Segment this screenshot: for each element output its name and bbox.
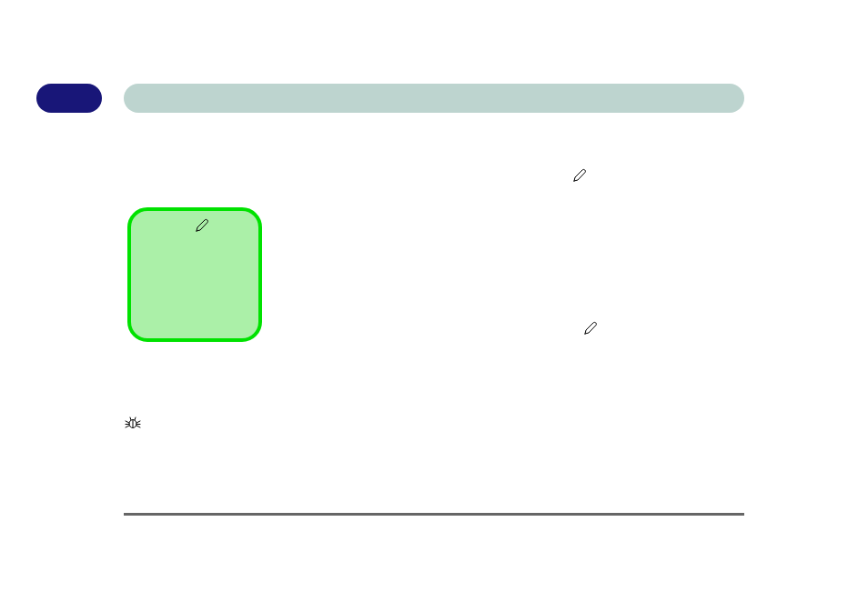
pen-icon[interactable] — [195, 218, 209, 233]
pen-icon[interactable] — [572, 168, 587, 183]
highlight-panel — [127, 207, 262, 342]
header-badge — [36, 84, 102, 113]
header-bar — [124, 84, 744, 113]
divider — [124, 513, 744, 516]
bug-icon[interactable] — [125, 414, 141, 430]
pen-icon[interactable] — [583, 321, 598, 336]
